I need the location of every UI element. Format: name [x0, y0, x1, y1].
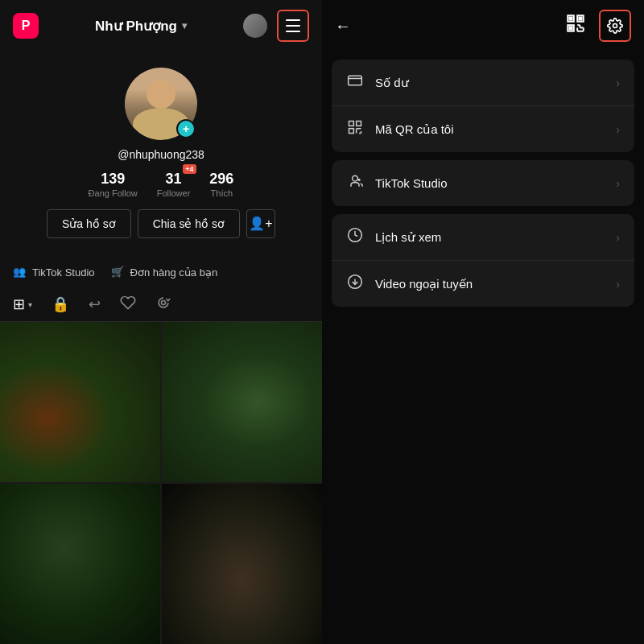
chevron-down-icon: ▾ [182, 20, 187, 31]
video-thumbnail-4[interactable] [162, 484, 322, 644]
profile-title[interactable]: Như Phượng ▾ [95, 18, 187, 35]
video-thumbnail-2[interactable] [162, 322, 322, 482]
avatar-small[interactable] [243, 14, 267, 38]
tiktok-studio-shortcut[interactable]: 👥 TikTok Studio [13, 266, 95, 280]
hamburger-line [286, 31, 300, 32]
menu-item-qr[interactable]: Mã QR của tôi › [332, 106, 634, 152]
menu-card-finance: Số dư › [332, 60, 634, 152]
menu-sections: Số dư › [322, 52, 644, 315]
menu-item-qr-left: Mã QR của tôi [346, 119, 454, 139]
chevron-right-icon: › [616, 231, 620, 244]
hamburger-button[interactable] [277, 10, 309, 42]
profile-section: + @nhuphuong238 139 Đang Follow 31 +4 Fo… [0, 52, 322, 258]
menu-card-studio: TikTok Studio › [332, 160, 634, 206]
tab-videos[interactable]: ⊞ ▾ [13, 295, 32, 313]
tab-bar: ⊞ ▾ 🔒 ↩ [0, 288, 322, 322]
download-icon [346, 274, 364, 294]
menu-card-history: Lịch sử xem › Video ngoại tuyến › [332, 214, 634, 307]
svg-rect-17 [349, 129, 354, 134]
video-thumbnail-1[interactable] [0, 322, 160, 482]
studio-menu-icon [346, 173, 364, 193]
svg-rect-5 [579, 17, 581, 19]
studio-icon: 👥 [13, 266, 27, 280]
menu-item-studio-left: TikTok Studio [346, 173, 447, 193]
menu-item-balance-left: Số dư [346, 72, 409, 93]
right-panel: ← [322, 0, 644, 644]
qr-scan-button[interactable] [565, 13, 586, 39]
history-icon [346, 227, 364, 247]
svg-rect-16 [357, 122, 361, 126]
tab-repost[interactable]: ↩ [89, 295, 101, 313]
tab-tagged[interactable] [155, 295, 171, 315]
edit-profile-button[interactable]: Sửa hồ sơ [47, 209, 131, 238]
stats-row: 139 Đang Follow 31 +4 Follower 296 Thích [89, 171, 234, 198]
left-panel: P Như Phượng ▾ + @nhuphuong238 [0, 0, 322, 644]
avatar-container: + [125, 68, 197, 140]
video-thumbnail-3[interactable] [0, 484, 160, 644]
add-friend-button[interactable]: 👤+ [246, 209, 275, 238]
hamburger-line [286, 19, 300, 21]
username-label: @nhuphuong238 [118, 148, 204, 161]
menu-item-history-left: Lịch sử xem [346, 227, 441, 247]
hamburger-line [286, 25, 300, 27]
svg-point-22 [353, 175, 358, 181]
header-actions [243, 10, 309, 42]
tab-private[interactable]: 🔒 [52, 295, 69, 313]
back-button[interactable]: ← [335, 17, 351, 35]
left-header: P Như Phượng ▾ [0, 0, 322, 52]
menu-item-studio[interactable]: TikTok Studio › [332, 160, 634, 206]
right-header-actions [565, 10, 631, 42]
tab-liked[interactable] [120, 295, 136, 315]
person-add-icon: 👤+ [249, 216, 272, 231]
menu-item-balance[interactable]: Số dư › [332, 60, 634, 106]
app-logo: P [13, 13, 39, 39]
content-grid [0, 322, 322, 644]
svg-point-0 [162, 300, 166, 304]
svg-rect-4 [569, 17, 572, 19]
chevron-right-icon: › [616, 123, 620, 136]
svg-rect-6 [569, 27, 572, 29]
qr-icon [346, 119, 364, 139]
stat-followers[interactable]: 31 +4 Follower [157, 171, 191, 198]
orders-shortcut[interactable]: 🛒 Đơn hàng của bạn [111, 266, 218, 280]
cart-icon: 🛒 [111, 266, 126, 280]
svg-point-13 [613, 24, 617, 28]
chevron-right-icon: › [616, 278, 620, 291]
svg-rect-15 [349, 122, 354, 126]
chevron-right-icon: › [616, 76, 620, 89]
right-header: ← [322, 0, 644, 52]
wallet-icon [346, 72, 364, 93]
tab-chevron-icon: ▾ [28, 300, 32, 309]
menu-item-offline-left: Video ngoại tuyến [346, 274, 473, 294]
share-profile-button[interactable]: Chia sẻ hồ sơ [138, 209, 240, 238]
chevron-right-icon: › [616, 177, 620, 190]
settings-button[interactable] [599, 10, 631, 42]
svg-point-23 [357, 179, 360, 181]
menu-item-offline[interactable]: Video ngoại tuyến › [332, 261, 634, 307]
stat-following[interactable]: 139 Đang Follow [89, 171, 138, 198]
menu-item-history[interactable]: Lịch sử xem › [332, 214, 634, 261]
follower-badge: 31 +4 [166, 171, 182, 188]
shortcuts-row: 👥 TikTok Studio 🛒 Đơn hàng của bạn [0, 258, 322, 288]
svg-rect-14 [349, 76, 362, 85]
avatar-add-button[interactable]: + [176, 119, 196, 138]
grid-icon: ⊞ [13, 295, 25, 313]
action-buttons: Sửa hồ sơ Chia sẻ hồ sơ 👤+ [13, 209, 309, 238]
stat-likes[interactable]: 296 Thích [209, 171, 233, 198]
